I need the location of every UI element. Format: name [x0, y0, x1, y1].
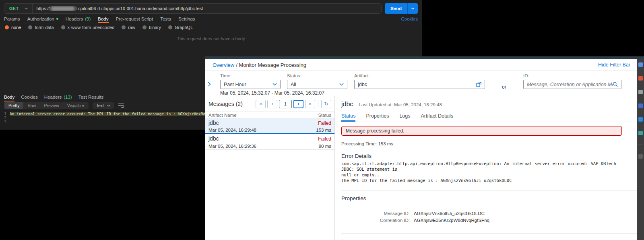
tab-properties[interactable]: Properties: [366, 113, 389, 122]
logs-heading: Logs: [341, 238, 637, 240]
column-status: Status: [318, 113, 331, 118]
id-input-field[interactable]: [527, 82, 613, 87]
extension-icon-3[interactable]: [638, 90, 643, 94]
filter-bar: Time: Past Hour Status: All: [205, 71, 637, 96]
artifact-input[interactable]: [354, 80, 485, 89]
wrap-line-icon[interactable]: [118, 103, 124, 108]
tab-params[interactable]: Params: [4, 14, 20, 23]
breadcrumb-overview-link[interactable]: Overview: [213, 62, 234, 68]
chevron-down-icon: [107, 105, 110, 107]
view-mode-visualize[interactable]: Visualize: [63, 102, 88, 109]
first-page-button[interactable]: «: [256, 100, 266, 108]
tab-body[interactable]: Body: [98, 14, 108, 23]
id-input[interactable]: [523, 80, 621, 89]
status-badge: Failed: [318, 120, 331, 126]
send-options-chevron[interactable]: [407, 3, 418, 14]
url-input[interactable]: https:// t-cpitrial06-rt.cfapps.us10-001…: [33, 6, 381, 11]
extension-icon-1[interactable]: [638, 62, 643, 67]
last-page-button[interactable]: »: [305, 100, 315, 108]
window-top-edge: [205, 56, 644, 59]
message-id-label: Message ID:: [341, 211, 410, 216]
view-mode-preview[interactable]: Preview: [40, 102, 63, 109]
url-suffix: t-cpitrial06-rt.cfapps.us10-001.hana.ond…: [76, 6, 203, 11]
artifact-input-field[interactable]: [358, 82, 476, 87]
message-duration: 90 ms: [319, 144, 331, 149]
tab-artifact-details[interactable]: Artifact Details: [421, 113, 454, 122]
sap-monitor-window: Overview / Monitor Message Processing Hi…: [205, 56, 644, 240]
error-text-line: null or empty..: [341, 172, 630, 178]
pagination: « ‹ 1 › » ↻: [256, 100, 331, 108]
message-row[interactable]: jdbc Failed Mar 05, 2024, 16:29:36 90 ms: [205, 134, 334, 150]
response-tab-test-results[interactable]: Test Results: [78, 92, 104, 101]
status-label: Status:: [287, 73, 347, 78]
pager-divider: [318, 100, 318, 108]
browser-extension-strip: [637, 59, 644, 240]
method-select[interactable]: GET: [4, 4, 33, 13]
body-type-x-www-form-urlencoded[interactable]: x-www-form-urlencoded: [61, 25, 115, 30]
breadcrumb: Overview / Monitor Message Processing Hi…: [205, 59, 637, 71]
view-mode-group: Pretty Raw Preview Visualize: [4, 102, 89, 109]
body-type-graphql[interactable]: GraphQL: [168, 25, 193, 30]
next-page-button[interactable]: ›: [293, 100, 303, 108]
response-tab-body[interactable]: Body: [4, 92, 14, 101]
list-column-headers: Artifact Name Status: [205, 112, 334, 118]
tab-pre-request-script[interactable]: Pre-request Script: [116, 14, 153, 23]
radio-icon: [5, 25, 9, 29]
value-help-icon[interactable]: [476, 82, 481, 87]
column-artifact-name: Artifact Name: [208, 113, 237, 118]
radio-icon: [142, 25, 147, 29]
tab-tests[interactable]: Tests: [160, 14, 171, 23]
extension-icon-6[interactable]: [638, 131, 643, 135]
screenshot-stage: GET https:// t-cpitrial06-rt.cfapps.us10…: [0, 0, 644, 240]
page-number-input[interactable]: 1: [279, 100, 292, 108]
radio-icon: [122, 25, 126, 29]
format-select[interactable]: Text: [93, 102, 114, 109]
expand-filter-chevron-icon[interactable]: [208, 82, 211, 87]
artifact-name: jdbc: [208, 120, 219, 126]
search-icon[interactable]: [613, 82, 618, 87]
send-button[interactable]: Send: [385, 3, 418, 14]
breadcrumb-current: / Monitor Message Processing: [236, 62, 306, 68]
view-mode-pretty[interactable]: Pretty: [4, 102, 23, 109]
properties-section: Properties Message ID: AGXnjszVnx9olhJi_…: [341, 190, 637, 223]
error-text-line: com.sap.it.rt.adapter.http.api.exception…: [341, 161, 630, 172]
extension-icon-2[interactable]: [638, 76, 643, 81]
sap-main-panel: Overview / Monitor Message Processing Hi…: [205, 59, 637, 240]
status-select[interactable]: All: [287, 80, 347, 89]
logs-section: Logs: [341, 233, 637, 240]
message-detail-panel: jdbc Last Updated at: Mar 05, 2024, 16:2…: [335, 96, 637, 240]
detail-title: jdbc: [341, 101, 353, 108]
body-type-form-data[interactable]: form-data: [28, 25, 54, 30]
status-filter: Status: All: [287, 73, 347, 89]
message-timestamp: Mar 05, 2024, 16:29:36: [208, 144, 256, 149]
tab-logs[interactable]: Logs: [399, 113, 410, 122]
time-range-text: Mar 05, 2024, 15:32:07 - Mar 05, 2024, 1…: [220, 90, 324, 96]
body-type-none[interactable]: none: [5, 25, 21, 30]
body-type-options: none form-data x-www-form-urlencoded raw…: [0, 23, 422, 31]
extension-icon-7[interactable]: [638, 154, 643, 159]
refresh-button[interactable]: ↻: [321, 100, 331, 108]
tab-headers[interactable]: Headers(9): [66, 14, 91, 23]
message-duration: 153 ms: [316, 128, 331, 132]
artifact-label: Artifact:: [354, 73, 485, 78]
extension-icon-4[interactable]: [638, 103, 643, 108]
cookies-link[interactable]: Cookies: [401, 17, 418, 21]
detail-tabs: Status Properties Logs Artifact Details: [335, 113, 637, 122]
chevron-down-icon: [25, 7, 28, 10]
response-tab-headers[interactable]: Headers(13): [44, 92, 72, 101]
body-type-binary[interactable]: binary: [142, 25, 161, 30]
tab-status[interactable]: Status: [341, 113, 355, 122]
previous-page-button[interactable]: ‹: [267, 100, 277, 108]
messages-list-panel: Messages (2) « ‹ 1 › » ↻: [205, 96, 335, 240]
tab-settings[interactable]: Settings: [178, 14, 195, 23]
body-type-raw[interactable]: raw: [122, 25, 135, 30]
view-mode-raw[interactable]: Raw: [23, 102, 40, 109]
tab-authorization[interactable]: Authorization: [27, 14, 58, 23]
hide-filter-bar-link[interactable]: Hide Filter Bar: [598, 62, 630, 68]
extension-icon-5[interactable]: [638, 117, 643, 122]
or-label: or: [502, 84, 506, 90]
time-select[interactable]: Past Hour: [220, 80, 281, 89]
message-row[interactable]: jdbc Failed Mar 05, 2024, 16:29:48 153 m…: [205, 118, 334, 134]
response-tab-cookies[interactable]: Cookies: [21, 92, 38, 101]
properties-heading: Properties: [341, 195, 637, 201]
